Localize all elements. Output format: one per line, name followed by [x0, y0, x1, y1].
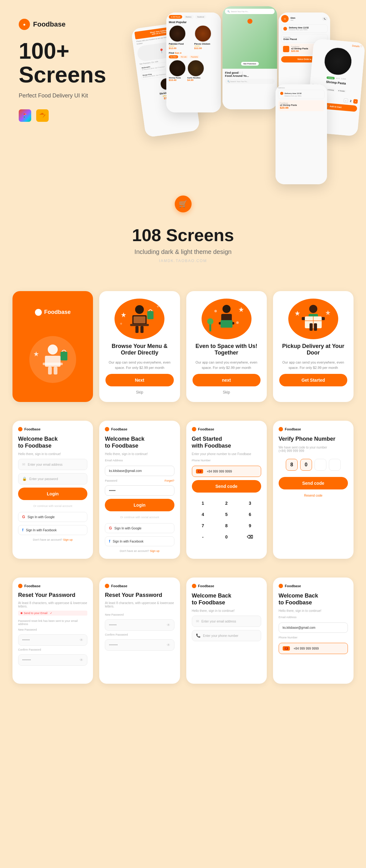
confirm-password-input-1[interactable]: •••••••• 👁 [18, 654, 87, 665]
onboard-illustration-2 [202, 299, 252, 339]
welcome-phone-input-2[interactable]: 🇻🇳 +84 999 999 9999 [279, 643, 348, 654]
numpad-key-0[interactable]: 0 [215, 532, 237, 542]
screens-row-2: Foodbase Welcome Backto Foodbase Hello t… [0, 411, 366, 568]
splash-illustration [28, 335, 78, 384]
onboard-illustration-1: + + [114, 299, 164, 339]
svg-rect-15 [147, 311, 154, 319]
login-subtitle-4: We have sent code to your number(+84) 99… [279, 446, 348, 453]
welcome-title-2: Welcome Backto Foodbase [279, 592, 348, 606]
forgot-link-2[interactable]: Forget? [164, 479, 174, 482]
email-input-1[interactable]: ✉ Enter your email address [18, 459, 87, 470]
login-brand-7: Foodbase [192, 584, 261, 588]
numpad-key-1[interactable]: 1 [192, 498, 214, 508]
onboard-next-btn-1[interactable]: Next [105, 374, 173, 386]
new-password-input-2[interactable]: ••••••• 👁 [105, 619, 174, 631]
splash-logo-dot [35, 309, 42, 316]
login-title-1: Welcome Backto Foodbase [18, 436, 87, 449]
svg-rect-38 [309, 323, 313, 331]
numpad-key-5[interactable]: 5 [215, 509, 237, 520]
welcome-subtitle-1: Hello there, sign in to continue! [192, 609, 261, 613]
login-brand-text-3: Foodbase [198, 427, 214, 431]
svg-rect-24 [221, 320, 232, 328]
onboard-svg-2 [203, 300, 250, 338]
splash-logo-text: Foodbase [44, 309, 71, 315]
phone-input-3[interactable]: 🇻🇳 +84 999 999 9999 [192, 466, 261, 477]
svg-text:+: + [120, 321, 122, 326]
code-box-3[interactable] [314, 459, 326, 471]
login-brand-4: Foodbase [279, 427, 348, 431]
numpad-key-4[interactable]: 4 [192, 509, 214, 520]
code-box-1[interactable]: 8 [286, 459, 298, 471]
numpad-key-dash[interactable]: - [192, 532, 214, 542]
signup-link-2[interactable]: Sign up [150, 550, 160, 553]
login-screen-2: Foodbase Welcome Backto Foodbase Hello t… [99, 421, 180, 559]
reset-password-screen-2: Foodbase Reset Your Password At least 8 … [99, 578, 180, 684]
login-brand-text-2: Foodbase [111, 427, 127, 431]
onboarding-screen-3: Pickup Delivery at Your Door Our app can… [273, 291, 354, 402]
splash-logo: Foodbase [35, 309, 71, 316]
splash-screen: Foodbase [12, 291, 93, 402]
code-box-2[interactable]: 0 [300, 459, 312, 471]
facebook-signin-btn-1[interactable]: f Sign In with Facebook [18, 525, 87, 535]
figma-icon [19, 109, 31, 122]
reset-title-1: Reset Your Password [18, 592, 87, 599]
onboard-next-btn-2[interactable]: next [193, 374, 261, 386]
google-signin-btn-1[interactable]: G Sign In with Google [18, 512, 87, 522]
welcome-phone-screen-2: Foodbase Welcome Backto Foodbase Hello t… [273, 578, 354, 684]
numpad-key-backspace[interactable]: ⌫ [239, 532, 261, 542]
numpad-key-9[interactable]: 9 [239, 521, 261, 531]
error-dot-1 [21, 612, 23, 614]
password-input-2[interactable]: •••••• [105, 485, 174, 496]
confirm-password-input-2[interactable]: •••••••• 👁 [105, 639, 174, 651]
phone-label-3: Phone Number [192, 459, 261, 462]
numpad-key-8[interactable]: 8 [215, 521, 237, 531]
phone-mockup-2: ● All Food Bakery Seafood Most Popular P… [166, 12, 221, 113]
login-btn-1[interactable]: Login [18, 488, 87, 500]
numpad-key-3[interactable]: 3 [239, 498, 261, 508]
send-code-verify-btn[interactable]: Send code [279, 477, 348, 490]
numpad-key-7[interactable]: 7 [192, 521, 214, 531]
stats-description: Including dark & light theme design [19, 248, 347, 255]
facebook-signin-btn-2[interactable]: f Sign In with Facebook [105, 536, 174, 546]
google-icon-1: G [22, 515, 25, 519]
welcome-email-input-1[interactable]: ✉ Enter your email address [192, 616, 261, 627]
onboard-body-1: Our app can send you everywhere, even sp… [105, 360, 173, 370]
login-btn-2[interactable]: Login [105, 499, 174, 511]
svg-rect-13 [140, 326, 143, 333]
password-input-1[interactable]: 🔒 Enter your password [18, 473, 87, 485]
onboard-title-1: Browse Your Menu & Order Directly [105, 343, 173, 356]
brand-name: Foodbase [33, 20, 66, 28]
onboard-skip-btn-2[interactable]: Skip [223, 390, 230, 395]
signup-link-1[interactable]: Sign up [63, 538, 73, 541]
resend-code-link[interactable]: Resend code [279, 494, 348, 497]
welcome-phone-input-1[interactable]: 📞 Enter your phone number [192, 630, 261, 641]
reset-password-screen-1: Foodbase Reset Your Password At least 8 … [12, 578, 93, 684]
numpad-key-6[interactable]: 6 [239, 509, 261, 520]
stats-count: 108 Screens [19, 225, 347, 245]
google-signin-btn-2[interactable]: G Sign In with Google [105, 523, 174, 533]
eye-icon-confirm-1: 👁 [79, 658, 83, 662]
confirm-pass-label-1: Confirm Password [18, 648, 87, 651]
phone-mockup-6: Address Delivery time 13:52 Distance fro… [275, 84, 327, 184]
code-box-4[interactable] [329, 459, 341, 471]
phone-mockup-3: 🔍 Search Your Fav Fo... 📍 San Francisco … [223, 6, 277, 109]
reset-subtitle-2: At least 8 characters, with uppercase & … [105, 601, 174, 608]
login-screen-1: Foodbase Welcome Backto Foodbase Hello t… [12, 421, 93, 559]
welcome-email-label-2: Email Address [279, 616, 348, 619]
hero-section: ● Foodbase 100+ Screens Perfect Food Del… [0, 0, 366, 219]
password-hint-1: Password reset link has been sent to you… [18, 619, 87, 626]
sketch-icon [36, 109, 49, 122]
numpad-key-2[interactable]: 2 [215, 498, 237, 508]
screens-row-3: Foodbase Reset Your Password At least 8 … [0, 568, 366, 693]
email-input-2[interactable]: ks.kitsbase@gmail.com [105, 466, 174, 476]
onboard-get-started-btn[interactable]: Get Started [279, 374, 347, 386]
new-password-input-1[interactable]: ••••••• 👁 [18, 634, 87, 646]
login-subtitle-3: Enter your phone number to use Foodbase [192, 452, 261, 456]
svg-point-26 [207, 318, 213, 324]
svg-rect-5 [54, 367, 58, 374]
onboard-skip-btn-1[interactable]: Skip [136, 390, 143, 395]
email-label-2: Email Address [105, 459, 174, 462]
send-code-btn[interactable]: Send code [192, 480, 261, 493]
onboarding-screen-1: + + Browse Your Menu & Order Directly Ou… [99, 291, 180, 402]
welcome-email-input-2[interactable]: ks.kitsbase@gmail.com [279, 622, 348, 633]
